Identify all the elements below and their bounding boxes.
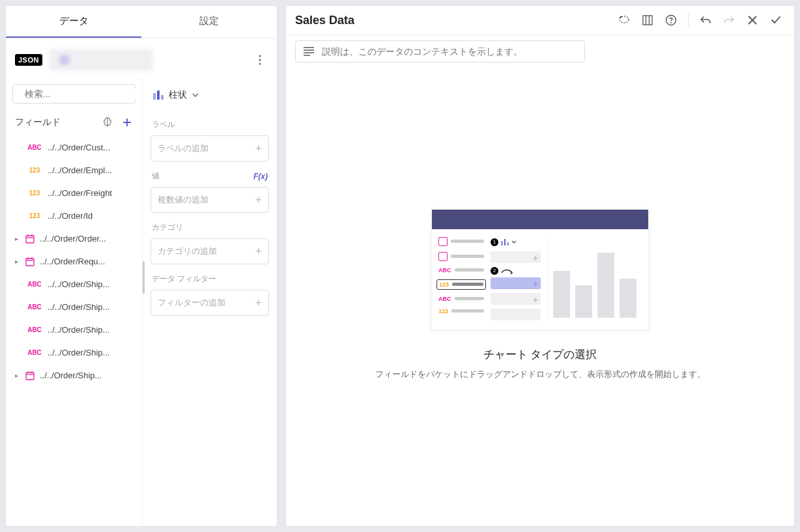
grid-button[interactable] xyxy=(638,11,657,29)
description-field[interactable] xyxy=(295,40,585,63)
empty-illustration: ABC 123 ABC 123 1 + 2 + xyxy=(431,209,649,330)
page-title[interactable]: Sales Data xyxy=(295,14,610,27)
svg-rect-21 xyxy=(643,16,652,25)
field-item[interactable]: ▸../../Order/Ship... xyxy=(12,364,136,387)
lasso-icon xyxy=(618,14,630,26)
plus-icon: + xyxy=(255,143,262,154)
text-type-icon: ABC xyxy=(25,349,44,356)
svg-point-20 xyxy=(620,16,622,18)
category-drop-zone[interactable]: カテゴリの追加 + xyxy=(150,238,269,264)
label-placeholder: ラベルの追加 xyxy=(158,143,208,154)
field-item[interactable]: ABC../../Order/Ship... xyxy=(12,318,136,341)
filter-placeholder: フィルターの追加 xyxy=(158,297,225,309)
number-type-icon: 123 xyxy=(25,167,44,174)
field-label: ../../Order/Order... xyxy=(40,234,106,244)
svg-rect-7 xyxy=(26,236,34,243)
lasso-tool-button[interactable] xyxy=(615,11,633,29)
value-drop-zone[interactable]: 複数値の追加 + xyxy=(150,187,269,213)
search-box[interactable] xyxy=(12,84,136,104)
field-list: ABC../../Order/Cust...123../../Order/Emp… xyxy=(12,136,136,526)
plus-icon xyxy=(121,117,133,128)
text-type-icon: ABC xyxy=(25,144,44,151)
svg-point-0 xyxy=(259,55,261,57)
right-panel: Sales Data ABC xyxy=(285,5,795,527)
plus-icon: + xyxy=(255,194,262,206)
field-item[interactable]: ABC../../Order/Cust... xyxy=(12,136,136,159)
field-item[interactable]: ABC../../Order/Ship... xyxy=(12,273,136,296)
text-type-icon: ABC xyxy=(25,303,44,311)
empty-title: チャート タイプの選択 xyxy=(483,347,597,362)
filter-drop-zone[interactable]: フィルターの追加 + xyxy=(150,290,269,316)
bar-chart-icon xyxy=(153,91,164,100)
close-icon xyxy=(747,15,758,25)
svg-point-25 xyxy=(670,22,672,23)
category-section-title: カテゴリ xyxy=(150,213,269,238)
field-label: ../../Order/Ship... xyxy=(48,325,109,335)
fx-button[interactable]: F(x) xyxy=(253,172,268,181)
redo-button[interactable] xyxy=(720,11,738,29)
field-item[interactable]: ▸../../Order/Requ... xyxy=(12,250,136,273)
tab-settings[interactable]: 設定 xyxy=(141,6,277,38)
search-input[interactable] xyxy=(25,89,139,99)
divider xyxy=(688,14,689,27)
help-icon xyxy=(665,14,677,26)
field-item[interactable]: ABC../../Order/Ship... xyxy=(12,341,136,364)
tabs: データ 設定 xyxy=(6,6,277,38)
scrollbar-indicator[interactable] xyxy=(143,261,145,294)
brain-icon xyxy=(102,117,113,128)
svg-rect-15 xyxy=(26,372,34,380)
value-section-title: 値 F(x) xyxy=(150,161,269,187)
field-label: ../../Order/Id xyxy=(48,211,93,221)
description-icon xyxy=(304,47,314,56)
label-section-title: ラベル xyxy=(150,110,269,135)
text-type-icon: ABC xyxy=(25,281,44,288)
number-type-icon: 123 xyxy=(25,212,44,219)
field-item[interactable]: ▸../../Order/Order... xyxy=(12,227,136,250)
close-button[interactable] xyxy=(743,11,762,29)
confirm-button[interactable] xyxy=(767,11,785,29)
expand-caret-icon[interactable]: ▸ xyxy=(15,372,21,379)
plus-icon: + xyxy=(255,245,262,257)
add-field-button[interactable] xyxy=(120,115,134,130)
field-label: ../../Order/Ship... xyxy=(48,279,109,289)
more-menu-button[interactable] xyxy=(252,52,268,68)
value-placeholder: 複数値の追加 xyxy=(158,194,208,206)
more-vertical-icon xyxy=(259,55,261,65)
plus-icon: + xyxy=(255,297,262,309)
json-badge: JSON xyxy=(15,54,42,66)
right-header: Sales Data xyxy=(286,6,794,35)
field-item[interactable]: ABC../../Order/Ship... xyxy=(12,296,136,318)
expand-caret-icon[interactable]: ▸ xyxy=(15,258,21,265)
field-label: ../../Order/Ship... xyxy=(48,348,109,357)
datasource-name-blurred xyxy=(49,49,153,71)
date-type-icon xyxy=(25,234,36,244)
svg-point-2 xyxy=(259,63,261,65)
description-input[interactable] xyxy=(322,46,577,57)
redo-icon xyxy=(723,14,735,26)
empty-subtitle: フィールドをバケットにドラッグアンドドロップして、表示形式の作成を開始します。 xyxy=(375,369,706,380)
expand-caret-icon[interactable]: ▸ xyxy=(15,235,21,242)
field-label: ../../Order/Requ... xyxy=(40,257,105,266)
category-placeholder: カテゴリの追加 xyxy=(158,245,217,257)
undo-icon xyxy=(700,14,711,26)
field-label: ../../Order/Empl... xyxy=(48,165,112,175)
fields-column: フィールド ABC../../Order/Cust...123../../Ord… xyxy=(6,79,143,526)
svg-point-1 xyxy=(259,59,261,61)
label-drop-zone[interactable]: ラベルの追加 + xyxy=(150,135,269,161)
left-panel: データ 設定 JSON フィールド xyxy=(5,5,278,527)
tab-data[interactable]: データ xyxy=(6,6,141,38)
field-label: ../../Order/Cust... xyxy=(48,143,110,152)
field-item[interactable]: 123../../Order/Empl... xyxy=(12,159,136,182)
chart-type-label: 柱状 xyxy=(169,89,187,101)
chevron-down-icon xyxy=(192,93,199,97)
field-item[interactable]: 123../../Order/Freight xyxy=(12,182,136,204)
grid-icon xyxy=(642,15,653,25)
date-type-icon xyxy=(25,371,36,380)
chart-type-selector[interactable]: 柱状 xyxy=(150,85,269,110)
field-item[interactable]: 123../../Order/Id xyxy=(12,204,136,227)
config-column: 柱状 ラベル ラベルの追加 + 値 F(x) 複数値の追加 + カテゴリ xyxy=(143,79,277,526)
brain-icon-button[interactable] xyxy=(100,115,115,130)
number-type-icon: 123 xyxy=(25,189,44,197)
help-button[interactable] xyxy=(662,11,680,29)
undo-button[interactable] xyxy=(696,11,715,29)
